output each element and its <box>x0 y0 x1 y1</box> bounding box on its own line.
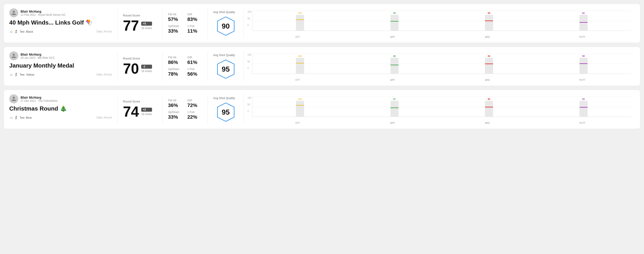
bar-val-app: 95 <box>393 12 396 14</box>
round-score-label: Round Score <box>123 14 157 17</box>
user-meta: 29 Jan 2022 · Mill Ride GCC <box>20 56 55 59</box>
round-title: 40 Mph Winds... Links Golf 🪁 <box>9 19 112 26</box>
round-card-3: Blair McHarg 27 Dec 2021 · The Oxfordshi… <box>4 90 640 129</box>
gir-stat: GIR 83% <box>188 13 202 22</box>
chart-label-arg: ARG <box>442 36 533 38</box>
stats-section: FW Hit 36% GIR 72% Up/Down 33% 1 Putt 22… <box>163 94 208 124</box>
avatar <box>9 94 18 103</box>
y-0: 0 <box>248 67 251 69</box>
y-50: 50 <box>248 103 251 106</box>
score-row: 77 +5 18 Holes <box>123 18 157 33</box>
bar-val-ott: 107 <box>298 12 302 14</box>
fw-hit-stat: FW Hit 36% <box>168 99 183 108</box>
gir-label: GIR <box>188 13 202 16</box>
fw-hit-label: FW Hit <box>168 56 183 59</box>
stats-grid: FW Hit 36% GIR 72% Up/Down 33% 1 Putt 22… <box>168 99 202 120</box>
gir-label: GIR <box>188 99 202 102</box>
round-score-label: Round Score <box>123 100 157 103</box>
quality-score: 95 <box>222 108 230 117</box>
fw-hit-value: 57% <box>168 16 183 22</box>
chart-section: 100 50 0 101 <box>244 51 635 81</box>
score-number: 77 <box>123 18 139 33</box>
data-source: Data: Arccos <box>96 73 112 76</box>
y-50: 50 <box>248 17 251 20</box>
round-title: January Monthly Medal <box>9 62 112 69</box>
bar-val-app: 86 <box>393 55 396 57</box>
bar-line-ott <box>296 63 304 64</box>
bar-bg-putt <box>580 15 588 31</box>
bag-icon: 🏌 <box>14 73 18 76</box>
user-info: Blair McHarg 12 Feb 2022 · Royal North D… <box>20 9 66 16</box>
tee-info: ☁️ 🏌 Tee: Blue <box>9 116 32 119</box>
user-meta: 27 Dec 2021 · The Oxfordshire <box>20 99 58 103</box>
holes-text: 18 Holes <box>141 70 152 73</box>
data-source: Data: Arccos <box>96 116 112 119</box>
user-info: Blair McHarg 27 Dec 2021 · The Oxfordshi… <box>20 96 58 103</box>
round-info: Blair McHarg 12 Feb 2022 · Royal North D… <box>9 8 118 38</box>
score-modifier: +2 <box>141 108 152 112</box>
up-down-value: 33% <box>168 114 183 120</box>
chart-label-arg: ARG <box>442 122 533 124</box>
score-row: 70 -2 18 Holes <box>123 61 157 76</box>
bar-line-putt <box>580 22 588 23</box>
score-details: +5 18 Holes <box>141 22 152 30</box>
hexagon-container: 95 <box>216 102 236 122</box>
chart-label-ott: OTT <box>252 36 343 38</box>
one-putt-value: 11% <box>188 28 202 34</box>
user-row: Blair McHarg 12 Feb 2022 · Royal North D… <box>9 8 112 17</box>
y-100: 100 <box>248 10 251 13</box>
bar-line-arg <box>485 64 493 64</box>
bar-val-app: 87 <box>393 98 396 101</box>
round-title: Christmas Round 🎄 <box>9 105 112 112</box>
quality-score: 95 <box>222 65 230 73</box>
bar-val-putt: 99 <box>582 55 585 57</box>
round-card-1: Blair McHarg 12 Feb 2022 · Royal North D… <box>4 3 640 43</box>
one-putt-label: 1 Putt <box>188 24 202 28</box>
chart-label-ott: OTT <box>252 122 343 124</box>
up-down-value: 33% <box>168 28 183 34</box>
shot-quality-section: Avg Shot Quality 95 <box>208 94 244 124</box>
bag-icon: 🏌 <box>14 30 18 33</box>
fw-hit-stat: FW Hit 86% <box>168 56 183 65</box>
chart-section: 100 50 0 110 <box>244 94 635 124</box>
tee-info: ☁️ 🏌 Tee: Black <box>9 30 33 33</box>
one-putt-stat: 1 Putt 56% <box>188 68 202 77</box>
fw-hit-label: FW Hit <box>168 99 183 102</box>
weather-icon: ☁️ <box>9 116 13 119</box>
bar-line-arg <box>485 107 493 107</box>
fw-hit-value: 86% <box>168 59 183 65</box>
gir-stat: GIR 61% <box>188 56 202 65</box>
gir-label: GIR <box>188 56 202 59</box>
bar-val-arg: 96 <box>488 55 490 57</box>
weather-icon: ☁️ <box>9 30 13 33</box>
user-row: Blair McHarg 29 Jan 2022 · Mill Ride GCC <box>9 51 112 60</box>
user-name: Blair McHarg <box>20 9 66 13</box>
bar-bg-app <box>390 15 398 31</box>
score-row: 74 +2 18 Holes <box>123 105 157 119</box>
person-icon <box>11 53 16 59</box>
one-putt-stat: 1 Putt 22% <box>188 111 202 120</box>
score-modifier: -2 <box>141 65 152 69</box>
user-meta: 12 Feb 2022 · Royal North Devon GC <box>20 13 66 16</box>
bar-val-arg: 98 <box>488 12 490 14</box>
chart-label-app: APP <box>347 36 438 38</box>
up-down-stat: Up/Down 78% <box>168 68 183 77</box>
hexagon-container: 95 <box>216 59 236 79</box>
one-putt-stat: 1 Putt 11% <box>188 24 202 34</box>
fw-hit-label: FW Hit <box>168 13 183 16</box>
up-down-label: Up/Down <box>168 111 183 114</box>
chart-label-app: APP <box>347 79 438 81</box>
user-info: Blair McHarg 29 Jan 2022 · Mill Ride GCC <box>20 52 55 59</box>
bar-line-app <box>390 21 398 22</box>
bottom-row: ☁️ 🏌 Tee: Black Data: Arccos <box>9 30 112 33</box>
bar-val-putt: 93 <box>582 98 585 101</box>
bag-icon: 🏌 <box>14 116 18 119</box>
gir-stat: GIR 72% <box>188 99 202 108</box>
score-number: 70 <box>123 61 139 76</box>
bar-line-app <box>390 65 398 65</box>
round-info: Blair McHarg 27 Dec 2021 · The Oxfordshi… <box>9 94 118 124</box>
one-putt-label: 1 Putt <box>188 111 202 114</box>
fw-hit-value: 36% <box>168 103 183 108</box>
bar-line-putt <box>580 107 588 108</box>
bar-bg-app <box>390 101 398 117</box>
